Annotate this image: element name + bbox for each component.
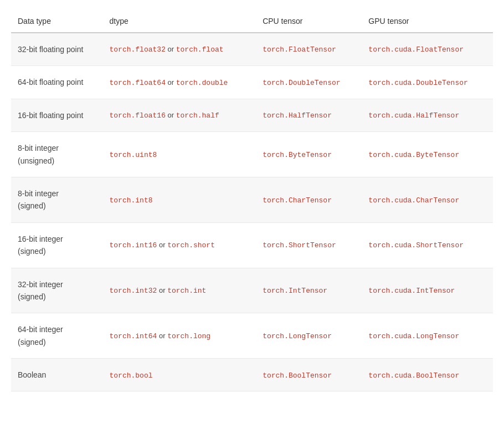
table-row: 8-bit integer(signed)torch.int8torch.Cha… xyxy=(11,177,493,222)
col-dtype: dtype xyxy=(103,11,256,33)
data-type-cell: 64-bit integer(signed) xyxy=(11,313,103,359)
data-type-cell: 8-bit integer(signed) xyxy=(11,177,103,222)
col-cpu-tensor: CPU tensor xyxy=(256,11,362,33)
gpu-tensor-cell: torch.cuda.IntTensor xyxy=(362,268,493,313)
table-body: 32-bit floating pointtorch.float32 or to… xyxy=(11,33,493,391)
cpu-tensor-cell: torch.CharTensor xyxy=(256,177,362,222)
dtype-cell: torch.int32 or torch.int xyxy=(103,268,256,313)
table-row: 16-bit floating pointtorch.float16 or to… xyxy=(11,99,493,131)
table-row: 64-bit integer(signed)torch.int64 or tor… xyxy=(11,313,493,359)
dtype-cell: torch.int64 or torch.long xyxy=(103,313,256,359)
gpu-tensor-cell: torch.cuda.DoubleTensor xyxy=(362,66,493,99)
gpu-tensor-cell: torch.cuda.HalfTensor xyxy=(362,99,493,131)
gpu-tensor-cell: torch.cuda.BoolTensor xyxy=(362,359,493,391)
cpu-tensor-cell: torch.FloatTensor xyxy=(256,33,362,66)
cpu-tensor-cell: torch.BoolTensor xyxy=(256,359,362,391)
header-row: Data type dtype CPU tensor GPU tensor xyxy=(11,11,493,33)
data-type-cell: 16-bit integer(signed) xyxy=(11,222,103,268)
gpu-tensor-cell: torch.cuda.ByteTensor xyxy=(362,132,493,177)
gpu-tensor-cell: torch.cuda.FloatTensor xyxy=(362,33,493,66)
dtype-cell: torch.bool xyxy=(103,359,256,391)
col-data-type: Data type xyxy=(11,11,103,33)
cpu-tensor-cell: torch.HalfTensor xyxy=(256,99,362,131)
table-row: 32-bit floating pointtorch.float32 or to… xyxy=(11,33,493,66)
data-type-cell: 32-bit integer(signed) xyxy=(11,268,103,313)
cpu-tensor-cell: torch.ShortTensor xyxy=(256,222,362,268)
table-row: 8-bit integer(unsigned)torch.uint8torch.… xyxy=(11,132,493,177)
cpu-tensor-cell: torch.ByteTensor xyxy=(256,132,362,177)
data-type-cell: 32-bit floating point xyxy=(11,33,103,66)
table-row: 64-bit floating pointtorch.float64 or to… xyxy=(11,66,493,99)
cpu-tensor-cell: torch.LongTensor xyxy=(256,313,362,359)
dtype-cell: torch.int8 xyxy=(103,177,256,222)
dtype-cell: torch.float16 or torch.half xyxy=(103,99,256,131)
col-gpu-tensor: GPU tensor xyxy=(362,11,493,33)
data-type-cell: Boolean xyxy=(11,359,103,391)
dtype-cell: torch.uint8 xyxy=(103,132,256,177)
gpu-tensor-cell: torch.cuda.CharTensor xyxy=(362,177,493,222)
table-header: Data type dtype CPU tensor GPU tensor xyxy=(11,11,493,33)
table-row: 32-bit integer(signed)torch.int32 or tor… xyxy=(11,268,493,313)
gpu-tensor-cell: torch.cuda.LongTensor xyxy=(362,313,493,359)
dtype-cell: torch.int16 or torch.short xyxy=(103,222,256,268)
data-types-table: Data type dtype CPU tensor GPU tensor 32… xyxy=(11,11,493,391)
gpu-tensor-cell: torch.cuda.ShortTensor xyxy=(362,222,493,268)
table-row: 16-bit integer(signed)torch.int16 or tor… xyxy=(11,222,493,268)
cpu-tensor-cell: torch.IntTensor xyxy=(256,268,362,313)
data-type-cell: 16-bit floating point xyxy=(11,99,103,131)
dtype-cell: torch.float64 or torch.double xyxy=(103,66,256,99)
data-type-cell: 64-bit floating point xyxy=(11,66,103,99)
cpu-tensor-cell: torch.DoubleTensor xyxy=(256,66,362,99)
data-type-cell: 8-bit integer(unsigned) xyxy=(11,132,103,177)
table-row: Booleantorch.booltorch.BoolTensortorch.c… xyxy=(11,359,493,391)
dtype-cell: torch.float32 or torch.float xyxy=(103,33,256,66)
